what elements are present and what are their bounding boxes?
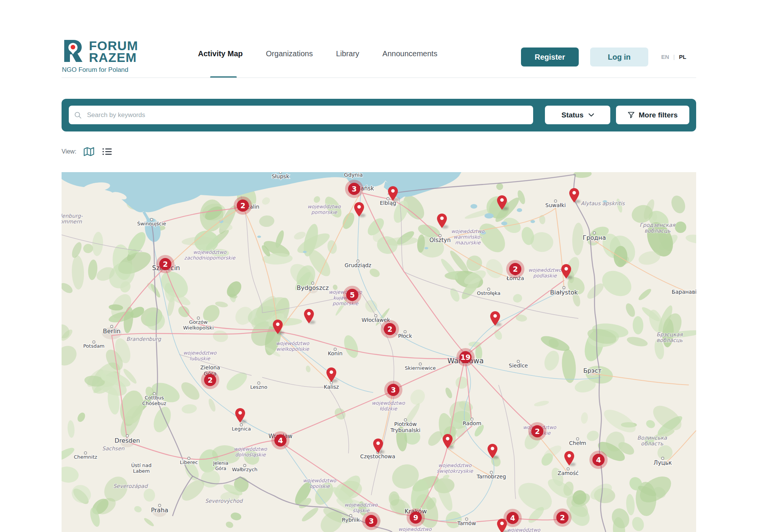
map-city-label: Chełm — [569, 440, 586, 446]
map-city-label: Olsztyn — [429, 237, 451, 244]
map-foreign-region-label: Severovýchod — [205, 498, 243, 504]
lang-pl[interactable]: PL — [679, 54, 686, 60]
cluster-count: 9 — [413, 513, 418, 522]
map-city-label: CottbusChóśebuz — [142, 395, 166, 406]
cluster-count: 4 — [510, 514, 515, 522]
map-city-label: Луцьк — [654, 459, 672, 466]
map-cluster[interactable]: 2 — [506, 260, 524, 278]
map-region-label: województwopomorskie — [307, 204, 341, 215]
status-label: Status — [561, 111, 583, 119]
map-view-button[interactable] — [83, 146, 95, 157]
map-city-label: Suwałki — [545, 202, 566, 208]
cluster-count: 2 — [535, 427, 540, 435]
cluster-count: 2 — [513, 265, 518, 273]
map-city-label: Grudziądz — [345, 262, 371, 268]
map-city-label: Berlin — [103, 328, 120, 335]
cluster-count: 5 — [350, 291, 355, 299]
map-cluster[interactable]: 4 — [504, 509, 522, 527]
map-region-label: województwoświętokrzyskie — [437, 462, 473, 474]
map-cluster[interactable]: 3 — [384, 381, 402, 399]
chevron-down-icon — [589, 113, 594, 117]
map-city-label: PiotrkówTrybunalski — [390, 421, 421, 433]
filter-funnel-icon — [628, 112, 635, 118]
map-city-label: Leszno — [250, 384, 268, 390]
map-city-label: Dresden — [115, 437, 140, 444]
map-cluster[interactable]: 2 — [553, 508, 572, 527]
cluster-count: 3 — [391, 386, 396, 394]
map-cluster[interactable]: 2 — [156, 255, 174, 273]
map-cluster[interactable]: 2 — [201, 371, 219, 389]
cluster-count: 4 — [278, 436, 283, 445]
map-cluster[interactable]: 4 — [271, 431, 290, 450]
nav-library[interactable]: Library — [336, 49, 359, 58]
map-city-label: Płock — [398, 333, 413, 339]
cluster-count: 2 — [387, 325, 392, 333]
lang-en[interactable]: EN — [661, 54, 669, 60]
map-cluster[interactable]: 3 — [362, 512, 380, 530]
cluster-count: 2 — [240, 201, 245, 210]
map-city-label: Баранавічы — [672, 289, 696, 295]
map-city-label: Chemnitz — [74, 454, 97, 460]
view-label: View: — [62, 148, 76, 155]
map-region-label: województwo — [398, 526, 432, 532]
status-dropdown[interactable]: Status — [545, 106, 610, 124]
map-cluster[interactable]: 2 — [234, 196, 252, 215]
cluster-count: 2 — [207, 376, 212, 384]
map-city-label: Wałbrzych — [232, 467, 257, 472]
login-button[interactable]: Log in — [590, 48, 648, 66]
cluster-count: 2 — [560, 513, 565, 522]
map-cluster[interactable]: 9 — [407, 508, 425, 527]
map-region-label: województwowielkopolskie — [276, 340, 310, 352]
map-city-label: Siedlce — [509, 363, 528, 369]
nav-organizations[interactable]: Organizations — [266, 49, 313, 58]
search-input[interactable] — [86, 111, 528, 119]
map-region-label: województwodolnośląskie — [234, 446, 268, 458]
map-cluster[interactable]: 4 — [589, 451, 608, 469]
map-city-label: Tarnów — [457, 520, 476, 526]
search-icon — [74, 111, 82, 119]
map-city-label: Zamość — [557, 470, 578, 476]
map-icon — [84, 147, 94, 156]
map-foreign-region-label: Alytaus apskritis — [581, 200, 625, 206]
cluster-count: 4 — [596, 456, 601, 464]
ngo-forum-page: FORUM RAZEM NGO Forum for Poland Activit… — [0, 0, 760, 532]
nav-announcements[interactable]: Announcements — [382, 49, 437, 58]
map-city-label: Potsdam — [83, 343, 104, 349]
map-city-label: Praha — [151, 507, 168, 514]
cluster-count: 2 — [163, 260, 168, 268]
map-foreign-region-label: Sachsen — [102, 445, 125, 451]
logo-r-icon — [62, 39, 86, 63]
map-foreign-region-label: Волинськаобласть — [637, 435, 667, 446]
map-city-label: Tarnobrzeg — [476, 473, 506, 480]
nav-activity-map[interactable]: Activity Map — [198, 49, 243, 58]
map-cluster[interactable]: 19 — [456, 348, 475, 366]
map-cluster[interactable]: 3 — [345, 180, 363, 198]
more-filters-button[interactable]: More filters — [616, 106, 689, 124]
main-nav: Activity Map Organizations Library Annou… — [198, 49, 437, 58]
map-city-label: Częstochowa — [360, 453, 395, 459]
map-city-label: Elbląg — [380, 200, 396, 206]
map-city-label: Брэст — [583, 367, 602, 374]
activity-map[interactable]: województwopomorskiewojewództwozachodnio… — [62, 172, 696, 532]
map-cluster[interactable]: 5 — [343, 286, 361, 304]
map-city-label: Białystok — [550, 289, 578, 296]
search-box[interactable] — [69, 106, 533, 124]
logo-tagline: NGO Forum for Poland — [62, 66, 138, 74]
map-city-label: Świnoujście — [137, 221, 166, 226]
map-city-label: Ústí nadLabem — [131, 462, 152, 474]
lang-separator: | — [673, 54, 675, 60]
logo[interactable]: FORUM RAZEM NGO Forum for Poland — [62, 39, 138, 74]
map-foreign-region-label: Brandenburg — [126, 336, 161, 342]
list-view-button[interactable] — [101, 147, 113, 157]
map-region-label: województwowarmińsko-mazurskie — [451, 228, 485, 245]
map-city-label: Legnica — [232, 426, 251, 432]
map-foreign-region-label: Severozápad — [113, 483, 149, 489]
map-cluster[interactable]: 2 — [381, 320, 399, 338]
register-button[interactable]: Register — [521, 48, 579, 66]
map-cluster[interactable]: 2 — [528, 422, 546, 440]
list-icon — [102, 147, 112, 156]
map-city-label: Гродна — [583, 234, 606, 241]
cluster-count: 3 — [352, 185, 356, 193]
more-filters-label: More filters — [639, 111, 678, 119]
map-city-label: Słupsk — [272, 173, 290, 179]
